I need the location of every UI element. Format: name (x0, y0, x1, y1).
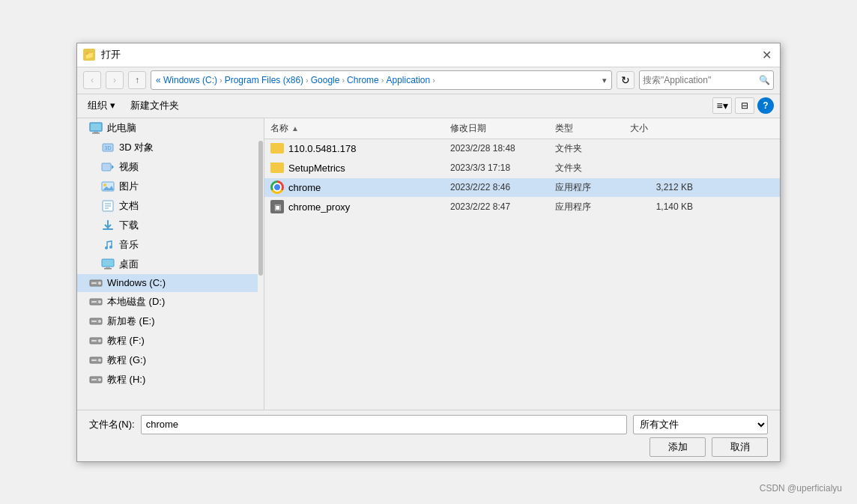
sidebar-item-tutorial-h[interactable]: 教程 (H:) (77, 370, 258, 389)
file-area: 名称 ▲ 修改日期 类型 大小 110. (264, 118, 780, 410)
svg-rect-31 (91, 340, 97, 341)
svg-rect-25 (91, 301, 97, 303)
svg-point-27 (98, 320, 101, 323)
file-date: 2023/2/28 18:48 (444, 143, 549, 154)
cancel-button[interactable]: 取消 (712, 437, 768, 457)
svg-rect-28 (91, 321, 97, 322)
svg-point-21 (98, 282, 101, 285)
breadcrumb-dropdown[interactable]: ▾ (602, 76, 607, 85)
sidebar-label-downloads: 下载 (119, 219, 139, 232)
sidebar-label-e: 新加卷 (E:) (107, 315, 155, 328)
breadcrumb-chrome[interactable]: Chrome (347, 75, 379, 85)
breadcrumb-application[interactable]: Application (386, 75, 430, 85)
sidebar-scroll-thumb (258, 141, 263, 276)
search-bar: 🔍 (639, 70, 774, 90)
sidebar-item-local-d[interactable]: 本地磁盘 (D:) (77, 292, 258, 312)
sidebar-wrapper: 此电脑 3D 3D 对象 视频 (77, 118, 264, 410)
filetype-select[interactable]: 所有文件 (633, 415, 768, 434)
sidebar: 此电脑 3D 3D 对象 视频 (77, 118, 258, 410)
col-header-name[interactable]: 名称 ▲ (264, 122, 444, 135)
title-bar-left: 📁 打开 (83, 48, 121, 61)
sidebar-label-c: Windows (C:) (107, 277, 166, 288)
action-right: ≡▾ ⊟ ? (712, 97, 774, 114)
col-header-size[interactable]: 大小 (624, 122, 699, 135)
table-row[interactable]: ▣ chrome_proxy 2023/2/22 8:47 应用程序 1,140… (264, 198, 780, 217)
svg-point-8 (103, 183, 106, 186)
svg-point-33 (98, 359, 101, 362)
pc-icon (89, 122, 103, 134)
svg-rect-17 (102, 259, 114, 267)
video-icon (101, 161, 115, 173)
sidebar-label-g: 教程 (G:) (107, 353, 146, 367)
drive-icon-f (89, 335, 103, 347)
organize-button[interactable]: 组织 ▾ (83, 97, 120, 114)
sidebar-item-video[interactable]: 视频 (77, 157, 258, 177)
sidebar-item-windows-c[interactable]: Windows (C:) (77, 274, 258, 292)
new-folder-button[interactable]: 新建文件夹 (126, 97, 184, 114)
drive-icon-h (89, 374, 103, 386)
file-date: 2023/2/22 8:47 (444, 201, 549, 212)
svg-rect-0 (90, 123, 102, 131)
table-row[interactable]: 110.0.5481.178 2023/2/28 18:48 文件夹 (264, 139, 780, 159)
close-button[interactable]: ✕ (759, 47, 774, 62)
back-button[interactable]: ‹ (83, 71, 101, 89)
add-button[interactable]: 添加 (649, 437, 706, 457)
filename-input[interactable] (141, 415, 627, 434)
3d-icon: 3D (101, 142, 115, 154)
sidebar-item-downloads[interactable]: 下载 (77, 216, 258, 235)
svg-rect-37 (91, 379, 97, 380)
app-icon: ▣ (270, 200, 284, 213)
view-toggle-button[interactable]: ≡▾ (712, 97, 732, 114)
sidebar-label-f: 教程 (F:) (107, 334, 145, 347)
col-header-type[interactable]: 类型 (549, 122, 624, 135)
help-button[interactable]: ? (757, 97, 774, 114)
file-name: chrome_proxy (288, 201, 350, 213)
filename-label: 文件名(N): (89, 418, 135, 431)
breadcrumb-google[interactable]: Google (311, 75, 340, 85)
layout-button[interactable]: ⊟ (735, 97, 754, 114)
file-size: 3,212 KB (624, 182, 699, 192)
main-area: 此电脑 3D 3D 对象 视频 (77, 118, 780, 410)
svg-point-36 (98, 378, 101, 381)
breadcrumb-windows[interactable]: « Windows (C:) (156, 75, 217, 85)
sidebar-label-music: 音乐 (119, 238, 139, 252)
sidebar-label-images: 图片 (119, 180, 139, 193)
file-name: chrome (288, 182, 321, 193)
up-button[interactable]: ↑ (128, 71, 146, 89)
sidebar-item-pc[interactable]: 此电脑 (77, 118, 258, 138)
table-row[interactable]: SetupMetrics 2023/3/3 17:18 文件夹 (264, 159, 780, 178)
bottom-section: 文件名(N): 所有文件 添加 取消 (77, 410, 780, 461)
drive-icon-e (89, 315, 103, 327)
breadcrumb-programfiles[interactable]: Program Files (x86) (225, 75, 303, 85)
file-type: 文件夹 (549, 142, 624, 155)
sidebar-scrollbar[interactable] (258, 118, 264, 410)
sidebar-item-tutorial-f[interactable]: 教程 (F:) (77, 331, 258, 350)
sidebar-item-tutorial-g[interactable]: 教程 (G:) (77, 350, 258, 370)
svg-rect-22 (91, 282, 97, 284)
sidebar-item-3d[interactable]: 3D 3D 对象 (77, 138, 258, 157)
drive-icon-c (89, 277, 103, 289)
file-type: 应用程序 (549, 201, 624, 213)
folder-icon (270, 143, 284, 154)
dialog-title: 打开 (101, 48, 121, 61)
download-icon (101, 219, 115, 231)
svg-point-16 (109, 246, 112, 249)
refresh-button[interactable]: ↻ (617, 71, 635, 89)
svg-marker-6 (112, 165, 114, 169)
search-icon: 🔍 (759, 75, 770, 85)
sidebar-item-images[interactable]: 图片 (77, 177, 258, 196)
sidebar-item-music[interactable]: 音乐 (77, 235, 258, 255)
table-row[interactable]: chrome 2023/2/22 8:46 应用程序 3,212 KB (264, 178, 780, 198)
col-header-date[interactable]: 修改日期 (444, 122, 549, 135)
music-icon (101, 239, 115, 251)
forward-button[interactable]: › (106, 71, 124, 89)
sidebar-item-desktop[interactable]: 桌面 (77, 255, 258, 274)
breadcrumb-bar: « Windows (C:) › Program Files (x86) › G… (151, 70, 612, 90)
sidebar-item-new-e[interactable]: 新加卷 (E:) (77, 312, 258, 331)
file-name: 110.0.5481.178 (288, 143, 356, 154)
svg-point-30 (98, 339, 101, 342)
action-bar: 组织 ▾ 新建文件夹 ≡▾ ⊟ ? (77, 94, 780, 118)
sidebar-item-docs[interactable]: 文档 (77, 196, 258, 216)
search-input[interactable] (643, 75, 759, 85)
svg-rect-34 (91, 359, 97, 361)
